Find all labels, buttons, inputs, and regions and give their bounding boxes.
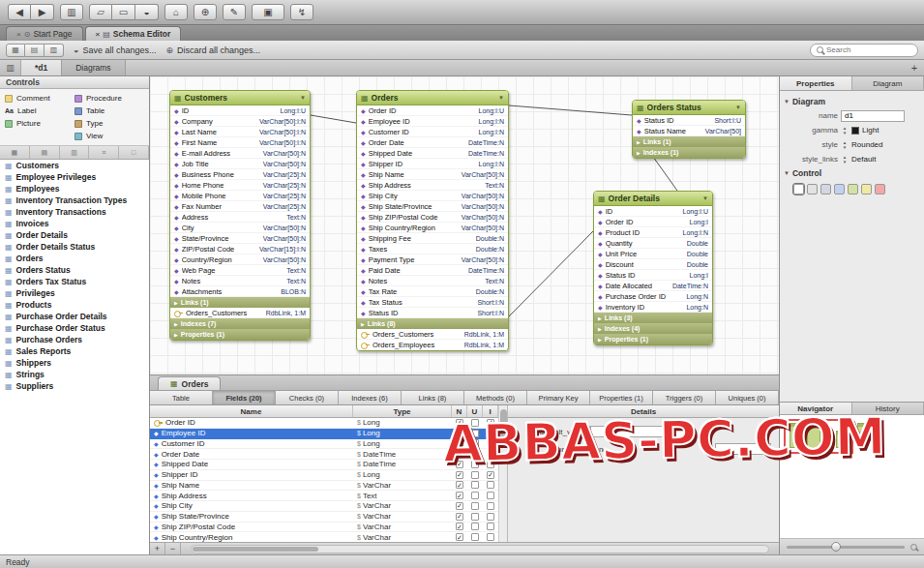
entity-field-row[interactable]: ◆Product IDLong:I:N	[594, 227, 712, 238]
table-list-item-shippers[interactable]: ▦Shippers	[0, 357, 149, 369]
entity-filter-icon[interactable]: ▼	[300, 95, 306, 101]
control-color-swatch[interactable]	[807, 184, 818, 194]
entity-field-row[interactable]: ◆NotesText:N	[170, 276, 310, 286]
diagram-section-header[interactable]: ▼ Diagram	[784, 95, 920, 108]
save-button[interactable]: ◒	[135, 4, 159, 20]
property-input-name[interactable]	[841, 110, 905, 122]
not-null-checkbox[interactable]: ✓	[456, 430, 463, 437]
search-input[interactable]	[826, 45, 911, 54]
table-list-item-sales-reports[interactable]: ▦Sales Reports	[0, 345, 149, 357]
unique-checkbox[interactable]	[471, 513, 479, 521]
entity-field-row[interactable]: ◆Shipper IDLong:I:N	[357, 159, 508, 169]
entity-field-row[interactable]: ◆Purchase Order IDLong:N	[594, 291, 712, 302]
unique-checkbox[interactable]	[471, 471, 479, 479]
not-null-checkbox[interactable]: ✓	[456, 461, 463, 468]
unique-checkbox[interactable]	[471, 523, 479, 530]
field-row-ship-address[interactable]: ◆Ship Address$Text✓	[150, 491, 498, 501]
filter-button-5[interactable]: □	[119, 146, 149, 159]
entity-field-row[interactable]: ◆Ship Country/RegionVarChar[50]:N	[357, 223, 508, 233]
field-row-shipper-id[interactable]: ◆Shipper ID$Long✓✓	[150, 470, 498, 481]
new-document-button[interactable]: ▱	[89, 4, 112, 20]
table-list-item-customers[interactable]: ▦Customers	[0, 160, 149, 171]
unique-checkbox[interactable]	[471, 419, 479, 427]
edit-button[interactable]: ✎	[223, 4, 246, 20]
stepper-control[interactable]: ▴▾	[841, 140, 849, 149]
indexed-checkbox[interactable]	[487, 461, 494, 468]
unique-checkbox[interactable]	[471, 492, 479, 499]
navigator-thumbnail[interactable]	[780, 415, 924, 539]
table-list-item-privileges[interactable]: ▦Privileges	[0, 287, 149, 299]
column-header-i[interactable]: I	[483, 405, 498, 417]
table-list-item-purchase-order-status[interactable]: ▦Purchase Order Status	[0, 322, 149, 334]
column-header-type[interactable]: Type	[353, 405, 452, 417]
field-row-customer-id[interactable]: ◆Customer ID$Long✓✓	[150, 439, 498, 450]
entity-field-row[interactable]: ◆Tax RateDouble:N	[357, 286, 508, 297]
not-null-checkbox[interactable]: ✓	[456, 523, 463, 530]
field-row-ship-state-province[interactable]: ◆Ship State/Province$VarChar✓	[150, 512, 498, 523]
network-button[interactable]: ⊕	[194, 4, 217, 20]
stepper-control[interactable]: ▴▾	[841, 155, 849, 164]
entity-field-row[interactable]: ◆Employee IDLong:I:N	[357, 116, 508, 127]
entity-field-row[interactable]: ◆NotesText:N	[357, 276, 508, 286]
fields-tab-primary-key[interactable]: Primary Key	[527, 391, 590, 404]
entity-orders-status[interactable]: ▦Orders Status▼◆Status IDShort:I:U◆Statu…	[632, 100, 746, 159]
entity-field-row[interactable]: ◆CompanyVarChar[50]:I:N	[170, 116, 310, 127]
field-row-ship-name[interactable]: ◆Ship Name$VarChar✓	[150, 481, 498, 492]
entity-field-row[interactable]: ◆Status NameVarChar[50]	[633, 126, 745, 136]
controls-header[interactable]: Controls	[0, 76, 149, 89]
nav-tab-navigator[interactable]: Navigator	[780, 403, 852, 414]
filter-button-2[interactable]: ▤	[30, 146, 60, 159]
control-color-swatch[interactable]	[820, 184, 831, 194]
entity-field-row[interactable]: ◆Unit PriceDouble	[594, 249, 712, 259]
not-null-checkbox[interactable]: ✓	[456, 471, 463, 479]
view-mode-button-3[interactable]: ▥	[45, 44, 64, 57]
field-row-ship-country-region[interactable]: ◆Ship Country/Region$VarChar✓	[150, 532, 498, 542]
entity-header[interactable]: ▦Orders Status▼	[633, 101, 745, 115]
entity-link-row[interactable]: Orders_CustomersRdbLink, 1:M	[170, 308, 310, 318]
entity-field-row[interactable]: ◆Last NameVarChar[50]:I:N	[170, 127, 310, 137]
inspector-tab-properties[interactable]: Properties	[780, 76, 852, 90]
remove-field-button[interactable]: −	[165, 543, 181, 554]
default-value-input[interactable]	[590, 426, 687, 437]
fields-scrollbar[interactable]	[498, 405, 508, 542]
not-null-checkbox[interactable]: ✓	[456, 533, 463, 541]
unique-checkbox[interactable]	[471, 430, 479, 437]
unique-checkbox[interactable]	[471, 481, 479, 489]
field-row-order-date[interactable]: ◆Order Date$DateTime✓	[150, 449, 498, 460]
relationship-line[interactable]	[509, 105, 632, 115]
fields-tab-fields-20[interactable]: Fields (20)	[213, 391, 276, 404]
entity-section-row[interactable]: ▶Links (1)	[633, 136, 745, 147]
fields-tab-uniques-0[interactable]: Uniques (0)	[716, 391, 779, 404]
table-list-item-employees[interactable]: ▦Employees	[0, 183, 149, 194]
entity-field-row[interactable]: ◆ZIP/Postal CodeVarChar[15]:I:N	[170, 244, 310, 254]
control-color-swatch[interactable]	[848, 184, 858, 194]
save-all-changes-button[interactable]: ◒ Save all changes...	[74, 45, 157, 55]
table-list-item-invoices[interactable]: ▦Invoices	[0, 218, 149, 229]
filter-button-1[interactable]: ▦	[0, 146, 30, 159]
control-color-swatch[interactable]	[793, 184, 804, 194]
app-tab-start-page[interactable]: ×⊙Start Page	[6, 26, 83, 41]
table-list-item-order-details-status[interactable]: ▦Order Details Status	[0, 241, 149, 253]
control-table[interactable]: Table	[75, 105, 144, 117]
table-list-item-orders-status[interactable]: ▦Orders Status	[0, 264, 149, 276]
table-list-item-inventory-transaction-types[interactable]: ▦Inventory Transaction Types	[0, 194, 149, 206]
indexed-checkbox[interactable]	[487, 533, 494, 541]
entity-orders[interactable]: ▦Orders▼◆Order IDLong:I:U◆Employee IDLon…	[356, 90, 509, 351]
field-row-employee-id[interactable]: ◆Employee ID$Long✓✓	[150, 429, 498, 439]
entity-header[interactable]: ▦Orders▼	[357, 91, 508, 105]
control-color-swatch[interactable]	[861, 184, 872, 194]
entity-field-row[interactable]: ◆AddressText:N	[170, 212, 310, 223]
entity-field-row[interactable]: ◆Customer IDLong:I:N	[357, 127, 508, 137]
table-list-item-purchase-order-details[interactable]: ▦Purchase Order Details	[0, 311, 149, 322]
entity-field-row[interactable]: ◆Home PhoneVarChar[25]:N	[170, 180, 310, 191]
stepper-control[interactable]: ▴▾	[841, 126, 849, 135]
entity-field-row[interactable]: ◆TaxesDouble:N	[357, 244, 508, 254]
not-null-checkbox[interactable]: ✓	[456, 450, 463, 458]
control-type[interactable]: Type	[75, 117, 144, 130]
control-color-swatch[interactable]	[875, 184, 885, 194]
column-header-u[interactable]: U	[467, 405, 483, 417]
open-button[interactable]: ▭	[112, 4, 135, 20]
table-list-item-employee-privileges[interactable]: ▦Employee Privileges	[0, 171, 149, 183]
forward-button[interactable]: ▶	[31, 4, 54, 20]
entity-field-row[interactable]: ◆Status IDShort:I:U	[633, 115, 745, 126]
